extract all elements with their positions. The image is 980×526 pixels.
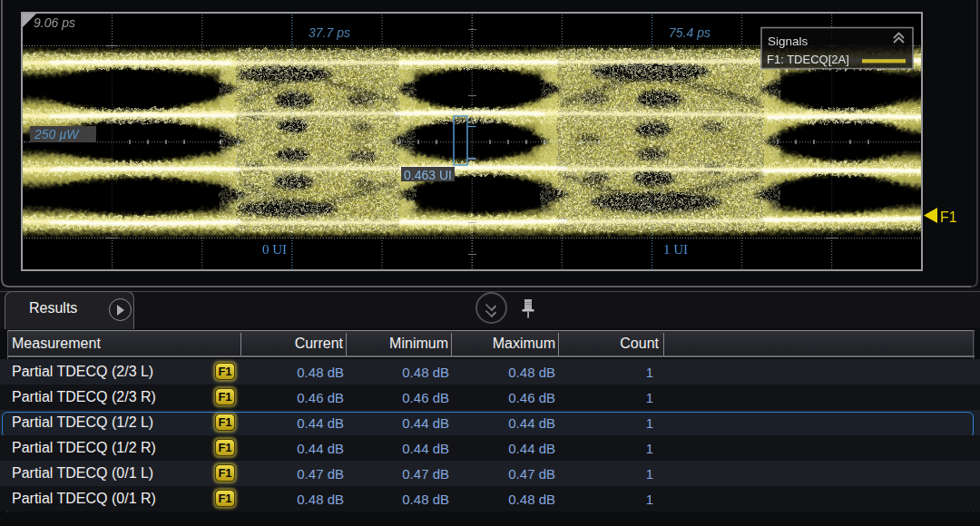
svg-text:37.7 ps: 37.7 ps (309, 25, 350, 40)
svg-text:250 µW: 250 µW (34, 127, 80, 141)
svg-text:Signals: Signals (768, 34, 808, 48)
svg-text:75.4 ps: 75.4 ps (669, 25, 710, 40)
svg-text:F1: TDECQ[2A]: F1: TDECQ[2A] (767, 53, 849, 66)
svg-text:1 UI: 1 UI (663, 242, 688, 257)
svg-text:F1: F1 (940, 209, 957, 225)
svg-text:9.06 ps: 9.06 ps (34, 15, 75, 30)
svg-text:0 UI: 0 UI (262, 242, 287, 257)
svg-text:0.463 UI: 0.463 UI (404, 168, 452, 182)
